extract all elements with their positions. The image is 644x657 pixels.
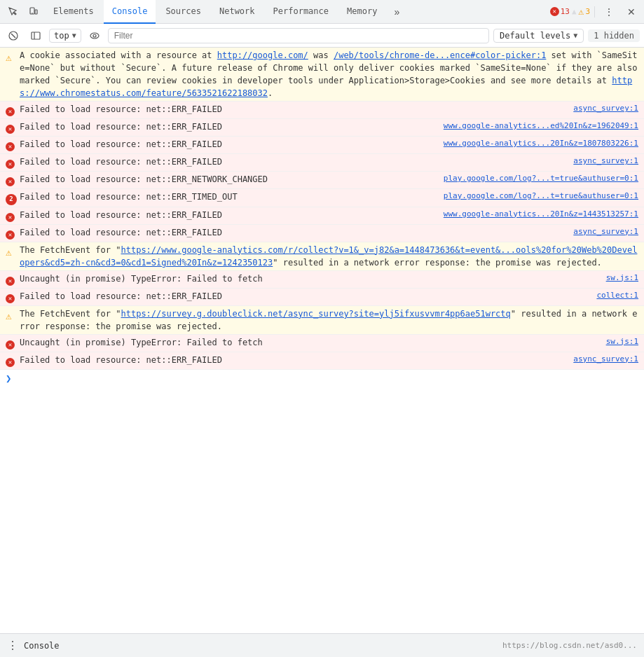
log-text-7: Failed to load resource: net::ERR_FAILED xyxy=(20,209,438,221)
console-toolbar: top ▼ Default levels ▼ 1 hidden xyxy=(0,24,644,48)
error-icon-5: ✕ xyxy=(6,174,17,187)
error-icon-7: ✕ xyxy=(6,210,17,223)
bottom-label: Console xyxy=(24,641,60,651)
bottom-left: ⋮ Console xyxy=(7,639,60,652)
tab-memory[interactable]: Memory xyxy=(338,0,385,24)
tab-console[interactable]: Console xyxy=(104,0,156,24)
log-text-13: Uncaught (in promise) TypeError: Failed … xyxy=(20,336,601,349)
log-source-3[interactable]: www.google-analytics...20In&z=1807803226… xyxy=(444,138,638,150)
log-entry-0: ⚠ A cookie associated with a resource at… xyxy=(0,48,644,102)
svg-rect-1 xyxy=(35,10,37,14)
inspect-icon-btn[interactable] xyxy=(3,2,22,22)
tab-performance[interactable]: Performance xyxy=(265,0,337,24)
context-value: top xyxy=(54,31,69,41)
log-entry-2: ✕ Failed to load resource: net::ERR_FAIL… xyxy=(0,119,644,137)
log-entry-10: ✕ Uncaught (in promise) TypeError: Faile… xyxy=(0,271,644,289)
filter-input[interactable] xyxy=(108,28,489,43)
log-source-6[interactable]: play.google.com/log?...t=true&authuser=0… xyxy=(444,191,638,202)
error-icon-11: ✕ xyxy=(6,291,17,304)
error-badge: ✕ 13 ▲ ⚠ 3 xyxy=(550,6,590,17)
log-entry-5: ✕ Failed to load resource: net::ERR_NETW… xyxy=(0,172,644,189)
link-doubleclick-fetch[interactable]: https://survey.g.doubleclick.net/async_s… xyxy=(121,309,511,319)
warn-icon-12: ⚠ xyxy=(6,309,17,324)
log-entry-12: ⚠ The FetchEvent for "https://survey.g.d… xyxy=(0,306,644,335)
prompt-caret: ❯ xyxy=(6,373,11,384)
context-chevron: ▼ xyxy=(72,32,76,39)
hidden-count-badge: 1 hidden xyxy=(588,29,640,42)
log-source-5[interactable]: play.google.com/log?...t=true&authuser=0… xyxy=(444,173,638,185)
log-text-2: Failed to load resource: net::ERR_FAILED xyxy=(20,120,438,133)
level-chevron: ▼ xyxy=(573,32,577,39)
log-text-10: Uncaught (in promise) TypeError: Failed … xyxy=(20,272,601,285)
error-icon-3: ✕ xyxy=(6,139,17,152)
error-icon-13: ✕ xyxy=(6,338,17,350)
clear-console-btn[interactable] xyxy=(4,27,22,45)
log-text-8: Failed to load resource: net::ERR_FAILED xyxy=(20,226,568,239)
error-icon-10: ✕ xyxy=(6,274,17,286)
warn-icon-9: ⚠ xyxy=(6,245,17,260)
log-text-0: A cookie associated with a resource at h… xyxy=(20,49,638,99)
log-source-4[interactable]: async_survey:1 xyxy=(573,155,638,167)
link-analytics-fetch[interactable]: https://www.google-analytics.com/r/colle… xyxy=(20,245,637,268)
log-entry-6: 2 Failed to load resource: net::ERR_TIME… xyxy=(0,189,644,207)
log-entry-7: ✕ Failed to load resource: net::ERR_FAIL… xyxy=(0,207,644,225)
log-text-4: Failed to load resource: net::ERR_FAILED xyxy=(20,155,568,168)
tab-bar-left: Elements Console Sources Network Perform… xyxy=(0,0,406,24)
close-devtools-btn[interactable]: ✕ xyxy=(622,2,641,22)
log-entry-14: ✕ Failed to load resource: net::ERR_FAIL… xyxy=(0,352,644,370)
console-input[interactable] xyxy=(15,373,638,383)
bottom-url: https://blog.csdn.net/asd0... xyxy=(502,641,637,650)
context-selector[interactable]: top ▼ xyxy=(49,29,81,43)
log-text-5: Failed to load resource: net::ERR_NETWOR… xyxy=(20,173,438,186)
console-content: ⚠ A cookie associated with a resource at… xyxy=(0,48,644,633)
link-color-picker[interactable]: /web/tools/chrome-de...ence#color-picker… xyxy=(334,50,546,60)
log-entry-3: ✕ Failed to load resource: net::ERR_FAIL… xyxy=(0,137,644,154)
error-icon-8: ✕ xyxy=(6,228,17,240)
console-prompt[interactable]: ❯ xyxy=(0,370,644,387)
more-options-btn[interactable]: ⋮ xyxy=(599,2,619,22)
tab-elements[interactable]: Elements xyxy=(45,0,102,24)
log-entry-13: ✕ Uncaught (in promise) TypeError: Faile… xyxy=(0,335,644,352)
log-source-1[interactable]: async_survey:1 xyxy=(573,103,638,115)
link-google[interactable]: http://google.com/ xyxy=(217,50,308,60)
log-source-7[interactable]: www.google-analytics...20In&z=1443513257… xyxy=(444,209,638,221)
repeat-badge: 2 xyxy=(6,194,17,205)
tab-bar: Elements Console Sources Network Perform… xyxy=(0,0,644,24)
device-icon-btn[interactable] xyxy=(24,2,43,22)
log-text-6: Failed to load resource: net::ERR_TIMED_… xyxy=(20,191,438,203)
toggle-sidebar-btn[interactable] xyxy=(27,27,45,45)
log-source-14[interactable]: async_survey:1 xyxy=(573,354,638,366)
log-source-10[interactable]: sw.js:1 xyxy=(606,272,638,284)
separator xyxy=(594,6,595,18)
error-icon-2: ✕ xyxy=(6,122,17,134)
error-icon-1: ✕ xyxy=(6,104,17,117)
warning-icon: ⚠ xyxy=(579,6,584,17)
bottom-menu-icon[interactable]: ⋮ xyxy=(7,639,18,652)
tab-sources[interactable]: Sources xyxy=(157,0,210,24)
eye-button[interactable] xyxy=(85,27,104,45)
svg-rect-5 xyxy=(32,32,40,39)
log-text-9: The FetchEvent for "https://www.google-a… xyxy=(20,244,638,269)
log-text-3: Failed to load resource: net::ERR_FAILED xyxy=(20,138,438,151)
error-icon-6: 2 xyxy=(6,192,17,205)
log-source-8[interactable]: async_survey:1 xyxy=(573,226,638,238)
more-tabs-button[interactable]: » xyxy=(387,2,406,22)
tab-bar-right: ✕ 13 ▲ ⚠ 3 ⋮ ✕ xyxy=(550,2,644,22)
error-icon-4: ✕ xyxy=(6,157,17,170)
link-chromestatus[interactable]: https://www.chromestatus.com/feature/563… xyxy=(20,76,632,98)
log-entry-8: ✕ Failed to load resource: net::ERR_FAIL… xyxy=(0,225,644,242)
log-source-2[interactable]: www.google-analytics...ed%20In&z=1962049… xyxy=(444,120,638,132)
error-icon-14: ✕ xyxy=(6,355,17,368)
log-text-1: Failed to load resource: net::ERR_FAILED xyxy=(20,103,568,116)
svg-line-4 xyxy=(11,34,15,38)
log-level-value: Default levels xyxy=(500,31,570,41)
log-text-11: Failed to load resource: net::ERR_FAILED xyxy=(20,290,591,303)
log-entry-1: ✕ Failed to load resource: net::ERR_FAIL… xyxy=(0,102,644,119)
log-text-14: Failed to load resource: net::ERR_FAILED xyxy=(20,354,568,366)
log-level-selector[interactable]: Default levels ▼ xyxy=(493,29,584,43)
error-count: ✕ 13 xyxy=(550,7,570,16)
log-source-11[interactable]: collect:1 xyxy=(596,290,638,302)
log-source-13[interactable]: sw.js:1 xyxy=(606,336,638,348)
warning-count: ⚠ 3 xyxy=(579,6,590,17)
tab-network[interactable]: Network xyxy=(211,0,263,24)
